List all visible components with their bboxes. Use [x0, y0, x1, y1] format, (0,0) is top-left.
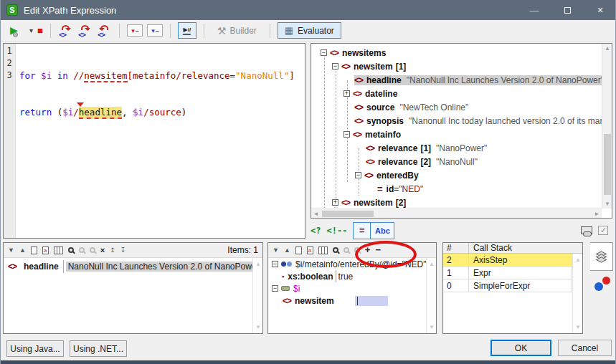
xml-source-tree[interactable]: − <> newsitems − <> newsitem [1] <> head… [311, 43, 612, 219]
start-debugging-button[interactable]: ▶ [8, 24, 25, 38]
watch-expression-row[interactable]: − $i/metainfo/enteredBy/@id="NED" [268, 258, 436, 270]
add-watch-button[interactable]: + [365, 246, 371, 254]
expand-icon[interactable]: + [332, 199, 338, 206]
tree-row-newsitem-1[interactable]: − <> newsitem [1] [311, 59, 602, 73]
copy-as-text-icon[interactable]: a [42, 246, 49, 254]
linked-window-icon[interactable] [581, 226, 592, 234]
tree-row-metainfo[interactable]: − <> metainfo [311, 128, 602, 141]
scroll-down-icon[interactable]: ▼ [602, 199, 612, 209]
tree-row-enteredby[interactable]: − <> enteredBy [311, 168, 602, 182]
using-java-button[interactable]: Using Java... [6, 340, 64, 357]
collapse-icon[interactable]: − [343, 131, 350, 138]
tree-row-synopsis[interactable]: <> synopsis "Nanonull Inc today launched… [311, 114, 602, 128]
sync-search-back-icon[interactable] [90, 247, 95, 253]
copy-icon[interactable] [31, 246, 37, 254]
insert-breakpoint-button[interactable]: ▾-- [127, 24, 143, 37]
scroll-up-icon[interactable]: ▲ [602, 44, 612, 53]
builder-tab-button[interactable]: ⚒ Builder [212, 24, 262, 38]
evaluator-tab-button[interactable]: ▦ Evaluator [278, 22, 341, 39]
apply-checkmark-icon[interactable] [598, 226, 608, 235]
scroll-down-icon[interactable]: ▼ [427, 322, 437, 332]
copy-icon[interactable] [295, 246, 302, 254]
scroll-right-icon[interactable]: ► [592, 209, 602, 219]
sync-search-icon[interactable] [343, 247, 349, 253]
tree-row-newsitems[interactable]: − <> newsitems [311, 46, 602, 59]
goto-node-icon[interactable] [68, 247, 74, 253]
maximize-button[interactable] [551, 0, 584, 20]
scroll-up-icon[interactable]: ▲ [427, 259, 437, 269]
sync-search-back-icon[interactable] [354, 247, 360, 253]
remove-watch-button[interactable]: − [375, 246, 381, 254]
close-button[interactable]: × [584, 0, 616, 20]
insert-tracepoint-button[interactable]: ▾-- [147, 24, 163, 37]
collapse-icon[interactable]: − [272, 285, 278, 292]
step-out-button[interactable]: <> [97, 24, 112, 37]
tree-row-headline[interactable]: <> headline "NanoNull Inc Launches Versi… [311, 73, 602, 87]
show-text-toggle[interactable]: Abc [370, 222, 394, 239]
scroll-down-icon[interactable]: ▼ [573, 322, 583, 332]
call-stack-row-active[interactable]: 2 AxisStep [443, 254, 572, 267]
tree-row-relevance-1[interactable]: <> relevance [1] "NanoPower" [311, 141, 602, 155]
results-scrollbar[interactable]: ▲ ▼ [252, 258, 262, 333]
expand-icon[interactable]: + [343, 90, 350, 97]
scroll-to-top-icon[interactable]: ↥ [110, 246, 115, 254]
callstack-column-header[interactable]: Call Stack [469, 243, 582, 253]
tree-row-id-attribute[interactable]: = id = "NED" [311, 182, 602, 196]
tree-horizontal-scrollbar[interactable]: ◄ ► [311, 209, 602, 218]
stop-debugging-button[interactable]: ■ [37, 24, 43, 37]
sync-search-icon[interactable] [79, 247, 85, 253]
collapse-icon[interactable]: − [355, 172, 361, 178]
result-row[interactable]: <> headline NanoNull Inc Launches Versio… [4, 260, 262, 273]
show-attributes-toggle[interactable]: = [353, 222, 371, 239]
call-stack-row[interactable]: 1 Expr [443, 267, 572, 279]
collapse-icon[interactable]: − [332, 63, 338, 70]
scroll-up-icon[interactable]: ▲ [573, 255, 583, 264]
value-edit-cell[interactable] [355, 296, 388, 306]
tree-row-relevance-2[interactable]: <> relevance [2] "NanoNull" [311, 155, 602, 168]
xpath-expression-editor[interactable]: 1 2 3 for $i in //newsitem[metainfo/rele… [3, 43, 305, 239]
using-net-label: Using .NET... [73, 344, 123, 354]
number-column-header[interactable]: # [443, 243, 469, 253]
collapse-icon[interactable]: − [272, 261, 278, 267]
columns-icon[interactable] [318, 246, 328, 254]
breakpoints-tab[interactable] [594, 277, 611, 292]
scroll-down-icon[interactable]: ▼ [253, 322, 263, 332]
call-stack-scrollbar[interactable]: ▲ ▼ [572, 254, 582, 333]
scroll-up-icon[interactable]: ▲ [253, 259, 263, 269]
clear-results-icon[interactable]: × [100, 246, 105, 254]
step-into-button[interactable]: <> [58, 24, 73, 37]
watch-scrollbar[interactable]: ▲ ▼ [426, 258, 436, 333]
tree-row-newsitem-2[interactable]: + <> newsitem [2] [311, 196, 602, 209]
goto-node-icon[interactable] [333, 247, 338, 253]
cancel-button[interactable]: Cancel [558, 340, 612, 356]
previous-result-icon[interactable]: ▲ [19, 246, 26, 254]
step-over-button[interactable]: <> [77, 24, 93, 37]
scrollbar-thumb[interactable] [604, 134, 611, 195]
scroll-to-bottom-icon[interactable]: ↧ [120, 246, 126, 254]
watch-node-row[interactable]: <> newsitem [268, 294, 436, 307]
watch-value-row[interactable]: ▪ xs:boolean true [268, 270, 436, 282]
scrollbar-thumb[interactable] [322, 211, 374, 217]
processing-instruction-toggle[interactable]: <? [311, 226, 321, 236]
tree-row-dateline[interactable]: + <> dateline [311, 87, 602, 100]
copy-as-text-icon[interactable]: a [307, 246, 313, 254]
columns-icon[interactable] [54, 246, 63, 254]
evaluate-on-edit-toggle[interactable]: ▶// [178, 22, 196, 39]
comment-toggle[interactable]: <!-- [326, 226, 347, 236]
tree-row-source[interactable]: <> source "NewTech Online" [311, 100, 602, 114]
ok-button[interactable]: OK [491, 340, 551, 356]
collapse-icon[interactable]: − [321, 49, 327, 56]
call-stack-row[interactable]: 0 SimpleForExpr [443, 279, 572, 292]
previous-item-icon[interactable]: ▲ [284, 246, 290, 254]
tree-vertical-scrollbar[interactable]: ▲ ▼ [602, 44, 612, 209]
code-area[interactable]: for $i in //newsitem[metainfo/relevance=… [16, 44, 295, 238]
column-divider [63, 260, 64, 273]
next-item-icon[interactable]: ▼ [273, 246, 279, 254]
using-net-button[interactable]: Using .NET... [70, 340, 127, 357]
minimize-button[interactable]: — [518, 0, 551, 20]
run-dropdown-arrow-icon[interactable]: ▾ [29, 27, 33, 34]
watch-variable-row[interactable]: − $i [268, 282, 436, 294]
next-result-icon[interactable]: ▼ [8, 246, 14, 254]
call-stack-tab[interactable] [590, 242, 613, 271]
scroll-left-icon[interactable]: ◄ [311, 209, 321, 219]
